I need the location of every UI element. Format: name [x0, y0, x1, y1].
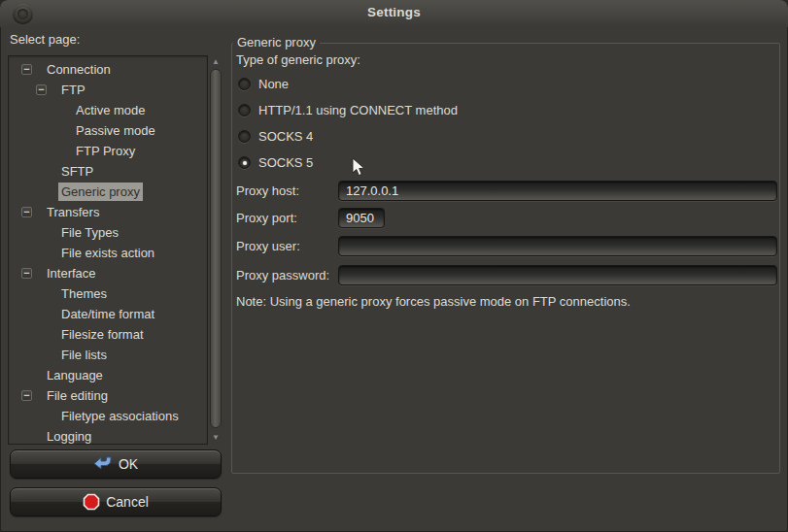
tree-item-label: Transfers — [44, 203, 102, 221]
tree-item-label: File exists action — [58, 244, 157, 262]
field-row-proxy-host-: Proxy host: — [236, 181, 780, 202]
ok-button[interactable]: OK — [10, 449, 222, 479]
tree-item-transfers[interactable]: −Transfers — [10, 202, 206, 222]
tree-item-label: Logging — [44, 427, 94, 445]
tree-expander-icon[interactable]: − — [21, 390, 32, 401]
tree-item-date-time-format[interactable]: Date/time format — [10, 304, 206, 324]
radio-option-socks-5[interactable]: SOCKS 5 — [238, 154, 313, 171]
stop-sign-icon — [83, 493, 100, 511]
tree-item-label: Filetype associations — [58, 407, 182, 425]
radio-unselected-icon[interactable] — [238, 130, 251, 143]
radio-option-label: None — [258, 77, 289, 91]
cancel-button[interactable]: Cancel — [10, 487, 222, 516]
proxy-host-input[interactable] — [338, 181, 777, 201]
tree-expander-icon[interactable]: − — [21, 64, 32, 75]
groupbox-title: Generic proxy — [233, 35, 320, 50]
tree-item-language[interactable]: Language — [10, 365, 206, 385]
field-row-proxy-user-: Proxy user: — [236, 236, 780, 257]
tree-item-interface[interactable]: −Interface — [10, 263, 206, 283]
tree-item-label: SFTP — [58, 162, 96, 181]
proxy-type-label: Type of generic proxy: — [236, 52, 360, 68]
cancel-button-label: Cancel — [106, 494, 149, 510]
scrollbar-thumb[interactable] — [210, 69, 222, 428]
tree-item-label: Passive mode — [73, 121, 158, 140]
tree-item-label: Language — [44, 366, 106, 384]
ok-button-label: OK — [119, 456, 138, 472]
tree-scrollbar[interactable]: ▲ ▼ — [208, 55, 223, 445]
tree-item-file-lists[interactable]: File lists — [10, 345, 206, 365]
field-row-proxy-password-: Proxy password: — [236, 265, 780, 286]
tree-item-label: Connection — [44, 60, 114, 79]
tree-item-label: Interface — [44, 264, 99, 283]
radio-option-socks-4[interactable]: SOCKS 4 — [238, 128, 313, 145]
tree-expander-icon[interactable]: − — [21, 207, 32, 217]
tree-item-label: Date/time format — [58, 305, 157, 323]
tree-item-passive-mode[interactable]: Passive mode — [10, 120, 206, 141]
field-row-proxy-port-: Proxy port: — [236, 208, 780, 229]
tree-item-label: FTP — [58, 81, 88, 99]
tree-item-connection[interactable]: −Connection — [10, 59, 206, 80]
field-label: Proxy password: — [236, 265, 329, 286]
tree-item-file-types[interactable]: File Types — [10, 222, 206, 243]
proxy-note: Note: Using a generic proxy forces passi… — [236, 294, 631, 310]
proxy-user-input[interactable] — [338, 236, 777, 256]
select-page-label: Select page: — [10, 32, 80, 48]
tree-item-active-mode[interactable]: Active mode — [10, 100, 206, 120]
tree-item-label: Generic proxy — [58, 183, 143, 201]
tree-item-label: File editing — [44, 386, 111, 405]
proxy-password-input[interactable] — [338, 265, 777, 285]
tree-item-themes[interactable]: Themes — [10, 283, 206, 304]
tree-item-logging[interactable]: Logging — [10, 426, 206, 445]
tree-item-filetype-associations[interactable]: Filetype associations — [10, 406, 206, 426]
tree-item-ftp[interactable]: −FTP — [10, 80, 206, 100]
field-label: Proxy host: — [236, 181, 299, 202]
tree-item-ftp-proxy[interactable]: FTP Proxy — [10, 141, 206, 161]
proxy-port-input[interactable] — [338, 208, 385, 228]
field-label: Proxy port: — [236, 208, 297, 229]
tree-item-label: Filesize format — [58, 325, 147, 344]
settings-dialog: Settings Select page: −Connection−FTPAct… — [0, 0, 788, 532]
tree-expander-icon[interactable]: − — [36, 84, 47, 95]
radio-unselected-icon[interactable] — [238, 104, 251, 116]
window-title: Settings — [0, 5, 788, 19]
tree-item-generic-proxy[interactable]: Generic proxy — [10, 182, 206, 202]
radio-option-label: SOCKS 5 — [258, 155, 313, 170]
radio-option-label: SOCKS 4 — [258, 129, 313, 144]
tree-item-file-exists-action[interactable]: File exists action — [10, 243, 206, 263]
enter-arrow-icon — [93, 456, 113, 473]
radio-unselected-icon[interactable] — [238, 78, 251, 90]
tree-item-label: FTP Proxy — [73, 142, 138, 160]
titlebar: Settings — [0, 0, 788, 27]
tree-item-file-editing[interactable]: −File editing — [10, 385, 206, 406]
radio-option-none[interactable]: None — [238, 76, 289, 92]
tree-item-label: File Types — [58, 223, 121, 242]
page-tree: −Connection−FTPActive modePassive modeFT… — [8, 55, 208, 445]
radio-option-http-1-1-using-connect-method[interactable]: HTTP/1.1 using CONNECT method — [238, 102, 458, 118]
radio-option-label: HTTP/1.1 using CONNECT method — [258, 103, 458, 117]
tree-item-label: File lists — [58, 346, 110, 364]
tree-item-label: Themes — [58, 284, 110, 303]
scroll-down-icon[interactable]: ▼ — [208, 432, 223, 444]
tree-item-sftp[interactable]: SFTP — [10, 161, 206, 182]
scroll-up-icon[interactable]: ▲ — [208, 56, 223, 68]
tree-item-filesize-format[interactable]: Filesize format — [10, 324, 206, 345]
tree-expander-icon[interactable]: − — [21, 268, 32, 279]
radio-selected-icon[interactable] — [238, 156, 251, 169]
tree-item-label: Active mode — [73, 101, 149, 119]
field-label: Proxy user: — [236, 236, 300, 257]
